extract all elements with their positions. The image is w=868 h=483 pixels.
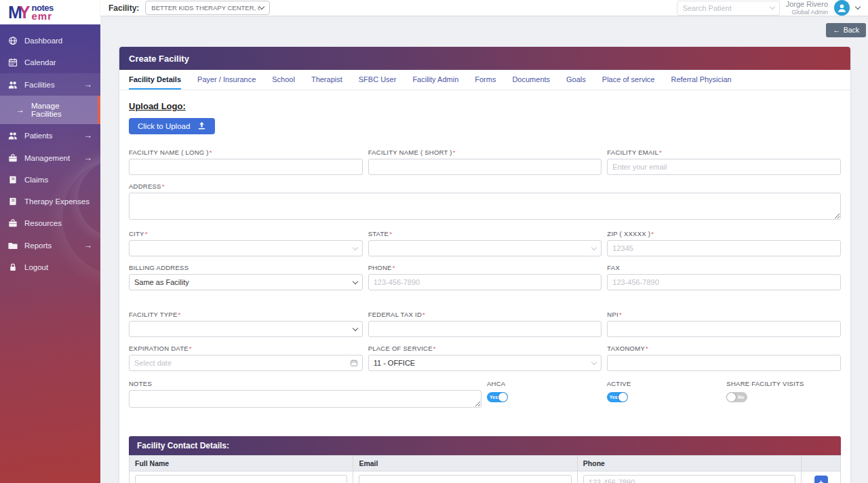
field-label: FACILITY TYPE <box>129 311 363 318</box>
sidebar: MY notes emr DashboardCalendarFacilities… <box>0 0 100 483</box>
tab-facility-admin[interactable]: Facility Admin <box>412 70 458 90</box>
table-row: + <box>130 471 841 483</box>
facility-contact-details-section: Facility Contact Details: Full Name Emai… <box>129 436 841 483</box>
arrow-right-icon: → <box>83 79 92 90</box>
facility-label: Facility: <box>108 3 139 13</box>
billing-address-select[interactable]: Same as Facility <box>129 274 363 290</box>
facility-name-long-input[interactable] <box>129 159 363 175</box>
user-menu[interactable]: Jorge Rivero Global Admin <box>786 0 828 16</box>
toggle-state: No <box>738 395 744 400</box>
column-header-actions <box>802 456 841 471</box>
briefcase-icon <box>8 218 18 228</box>
field-label: NPI <box>607 311 841 318</box>
sidebar-menu: DashboardCalendarFacilities→→Manage Faci… <box>0 24 100 483</box>
sidebar-item-label: Calendar <box>24 58 56 66</box>
upload-icon <box>197 121 206 130</box>
sidebar-item-reports[interactable]: Reports→ <box>0 234 100 256</box>
facility-type-select[interactable] <box>129 321 363 337</box>
contact-full-name-input[interactable] <box>135 475 347 483</box>
column-header-full-name: Full Name <box>130 456 353 471</box>
tab-sfbc-user[interactable]: SFBC User <box>359 70 397 90</box>
tab-payer-insurance[interactable]: Payer / Insurance <box>197 70 256 90</box>
tab-place-of-service[interactable]: Place of service <box>602 70 655 90</box>
active-toggle[interactable]: Yes <box>607 392 628 402</box>
facility-name-short-input[interactable] <box>368 159 602 175</box>
sidebar-item-claims[interactable]: Claims <box>0 169 100 191</box>
field-label: PHONE <box>368 264 602 271</box>
chevron-down-icon <box>591 244 597 250</box>
upload-logo-button[interactable]: Click to Upload <box>129 118 215 134</box>
briefcase-icon <box>8 153 18 163</box>
phone-input[interactable] <box>368 274 602 290</box>
state-select[interactable] <box>368 240 602 256</box>
sidebar-item-manage-facilities[interactable]: →Manage Facilities <box>0 96 100 124</box>
tab-therapist[interactable]: Therapist <box>311 70 342 90</box>
create-facility-card: Create Facility Facility DetailsPayer / … <box>119 47 850 483</box>
sidebar-item-therapy-expenses[interactable]: Therapy Expenses <box>0 191 100 212</box>
field-label: FAX <box>607 264 841 271</box>
share-facility-visits-toggle[interactable]: No <box>726 392 747 402</box>
contact-details-title-bar: Facility Contact Details: <box>129 436 841 455</box>
content-area: ←Back Create Facility Facility DetailsPa… <box>100 16 868 483</box>
place-of-service-value: 11 - OFFICE <box>374 359 416 367</box>
tab-facility-details[interactable]: Facility Details <box>129 70 181 90</box>
tab-forms[interactable]: Forms <box>475 70 496 90</box>
sidebar-item-resources[interactable]: Resources <box>0 212 100 234</box>
sidebar-item-management[interactable]: Management→ <box>0 147 100 169</box>
city-select[interactable] <box>129 240 363 256</box>
field-label: PLACE OF SERVICE <box>368 345 602 352</box>
chevron-down-icon[interactable] <box>855 4 861 9</box>
avatar[interactable] <box>834 0 850 16</box>
fax-input[interactable] <box>607 274 841 290</box>
sidebar-item-patients[interactable]: Patients→ <box>0 124 100 147</box>
federal-tax-id-input[interactable] <box>368 321 602 337</box>
sidebar-item-dashboard[interactable]: Dashboard <box>0 30 100 52</box>
field-label: ADDRESS <box>129 182 841 190</box>
tab-referral-physician[interactable]: Referral Physician <box>671 70 731 90</box>
field-label: FACILITY NAME ( LONG ) <box>129 149 363 156</box>
field-label: EXPIRATION DATE <box>129 345 363 352</box>
page-title-bar: Create Facility <box>119 47 850 70</box>
facility-select[interactable]: BETTER KIDS THERAPY CENTER, CORP <box>145 1 270 15</box>
contact-phone-input[interactable] <box>583 475 795 483</box>
toggle-group-ahca: AHCA Yes <box>487 380 601 410</box>
place-of-service-select[interactable]: 11 - OFFICE <box>368 355 602 371</box>
tabs-bar: Facility DetailsPayer / InsuranceSchoolT… <box>119 70 850 90</box>
expiration-date-input[interactable] <box>129 355 363 371</box>
ahca-toggle[interactable]: Yes <box>487 392 508 402</box>
tab-documents[interactable]: Documents <box>512 70 550 90</box>
sidebar-item-label: Reports <box>24 242 52 250</box>
field-label: CITY <box>129 230 363 237</box>
field-label: NOTES <box>129 380 481 387</box>
add-contact-button[interactable]: + <box>814 476 828 483</box>
book-icon <box>8 175 18 185</box>
facility-email-input[interactable] <box>607 159 841 175</box>
contact-email-input[interactable] <box>359 475 571 483</box>
sidebar-item-label: Manage Facilities <box>31 102 90 118</box>
taxonomy-input[interactable] <box>607 355 841 371</box>
npi-input[interactable] <box>607 321 841 337</box>
arrow-right-icon: → <box>83 240 92 250</box>
tab-goals[interactable]: Goals <box>566 70 586 90</box>
back-button[interactable]: ←Back <box>826 23 866 37</box>
sidebar-item-calendar[interactable]: Calendar <box>0 52 100 73</box>
sidebar-item-facilities[interactable]: Facilities→ <box>0 73 100 96</box>
toggle-state: Yes <box>490 395 498 400</box>
chevron-down-icon <box>352 325 357 330</box>
lock-icon <box>8 263 18 272</box>
contacts-table: Full Name Email Phone <box>129 455 841 483</box>
table-header-row: Full Name Email Phone <box>130 456 841 471</box>
toggle-label: SHARE FACILITY VISITS <box>726 380 841 387</box>
sidebar-item-label: Dashboard <box>24 37 62 45</box>
zip-input[interactable] <box>607 240 841 256</box>
tab-school[interactable]: School <box>272 70 295 90</box>
app-logo[interactable]: MY notes emr <box>0 0 100 24</box>
sidebar-item-logout[interactable]: Logout <box>0 256 100 278</box>
toggle-label: AHCA <box>487 380 601 387</box>
search-patient-input[interactable] <box>677 1 780 16</box>
people-icon <box>8 131 18 140</box>
facility-form: FACILITY NAME ( LONG ) FACILITY NAME ( S… <box>129 149 841 483</box>
address-textarea[interactable] <box>129 193 841 220</box>
person-icon <box>836 2 848 14</box>
notes-textarea[interactable] <box>129 390 481 408</box>
